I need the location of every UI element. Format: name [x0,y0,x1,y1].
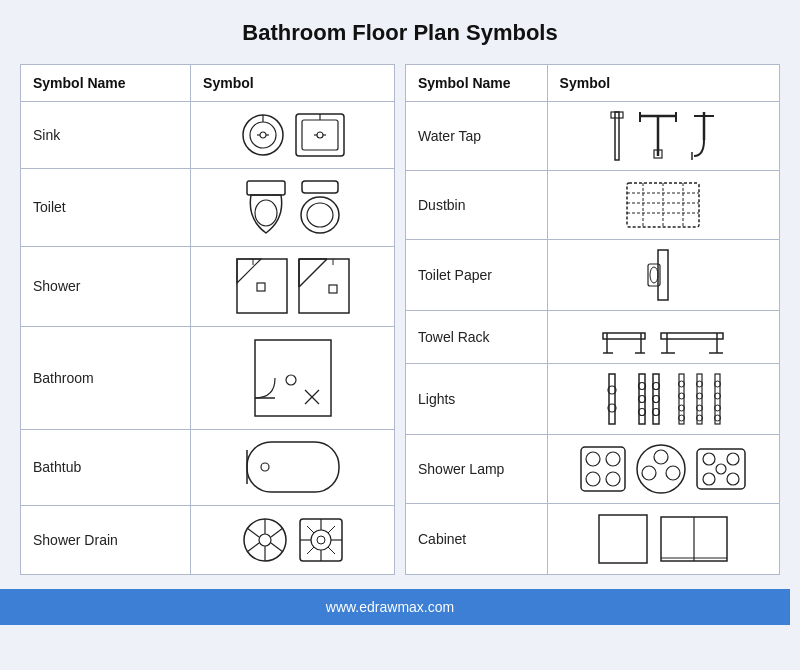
svg-rect-20 [257,283,265,291]
table-row: Bathroom [21,326,395,429]
table-row: Sink [21,102,395,169]
left-row-name: Shower [21,246,191,326]
svg-rect-17 [237,259,287,313]
right-row-name: Lights [406,364,548,435]
left-row-name: Bathroom [21,326,191,429]
table-row: Toilet Paper [406,240,780,311]
svg-line-40 [271,543,283,552]
left-row-symbol-bathroom [191,326,395,429]
right-row-symbol-toiletpaper [547,240,779,311]
svg-point-122 [727,453,739,465]
svg-rect-111 [581,447,625,491]
right-header-symbol: Symbol [547,65,779,102]
right-row-symbol-lights [547,364,779,435]
svg-rect-12 [247,181,285,195]
svg-rect-7 [302,120,338,150]
svg-point-123 [703,473,715,485]
svg-line-53 [307,547,314,554]
right-row-name: Dustbin [406,171,548,240]
svg-line-25 [299,259,327,287]
page-title: Bathroom Floor Plan Symbols [242,20,557,46]
svg-marker-19 [237,259,261,283]
svg-point-1 [250,122,276,148]
svg-point-114 [586,472,600,486]
right-row-name: Water Tap [406,102,548,171]
table-row: Water Tap [406,102,780,171]
table-row: Cabinet [406,504,780,575]
footer: www.edrawmax.com [0,589,790,625]
svg-point-74 [650,267,658,283]
right-row-symbol-cabinet [547,504,779,575]
left-row-symbol-toilet [191,169,395,247]
svg-line-51 [328,526,335,533]
left-row-symbol-bathtub [191,430,395,506]
left-header-symbol: Symbol [191,65,395,102]
svg-point-117 [654,450,668,464]
right-row-symbol-watertap [547,102,779,171]
tables-wrapper: Symbol Name Symbol Sink [20,64,780,575]
table-row: Bathtub [21,430,395,506]
right-row-symbol-dustbin [547,171,779,240]
svg-line-39 [271,528,283,537]
svg-line-54 [307,526,314,533]
svg-point-37 [259,534,271,546]
table-row: Toilet [21,169,395,247]
table-row: Shower Drain [21,505,395,574]
svg-point-34 [261,463,269,471]
right-table: Symbol Name Symbol Water Tap [405,64,780,575]
right-row-symbol-towelrack [547,311,779,364]
left-table: Symbol Name Symbol Sink [20,64,395,575]
right-row-symbol-showerlamp [547,435,779,504]
svg-rect-26 [329,285,337,293]
right-row-name: Towel Rack [406,311,548,364]
svg-point-119 [666,466,680,480]
table-row: Shower [21,246,395,326]
svg-rect-22 [299,259,349,313]
svg-rect-80 [661,333,723,339]
svg-point-115 [606,472,620,486]
left-row-symbol-showerdrain [191,505,395,574]
left-row-symbol-sink [191,102,395,169]
svg-rect-88 [639,374,645,424]
svg-rect-28 [255,340,331,416]
svg-point-16 [307,203,333,227]
svg-rect-126 [599,515,647,563]
right-row-name: Shower Lamp [406,435,548,504]
svg-rect-85 [609,374,615,424]
right-row-name: Toilet Paper [406,240,548,311]
footer-url: www.edrawmax.com [326,599,454,615]
svg-point-46 [317,536,325,544]
svg-point-113 [606,452,620,466]
left-row-name: Shower Drain [21,505,191,574]
svg-point-8 [317,132,323,138]
table-row: Towel Rack [406,311,780,364]
left-row-symbol-shower [191,246,395,326]
svg-point-2 [260,132,266,138]
svg-line-52 [328,547,335,554]
right-row-name: Cabinet [406,504,548,575]
table-row: Dustbin [406,171,780,240]
table-row: Shower Lamp [406,435,780,504]
svg-point-118 [642,466,656,480]
svg-point-125 [716,464,726,474]
right-header-name: Symbol Name [406,65,548,102]
svg-point-124 [727,473,739,485]
left-row-name: Bathtub [21,430,191,506]
svg-rect-14 [302,181,338,193]
svg-line-43 [247,528,259,537]
svg-rect-89 [653,374,659,424]
left-row-name: Sink [21,102,191,169]
left-row-name: Toilet [21,169,191,247]
svg-rect-55 [615,112,619,160]
svg-point-30 [286,375,296,385]
svg-point-112 [586,452,600,466]
svg-point-116 [637,445,685,493]
svg-point-13 [255,200,277,226]
left-header-name: Symbol Name [21,65,191,102]
table-row: Lights [406,364,780,435]
svg-point-121 [703,453,715,465]
svg-rect-75 [603,333,645,339]
svg-rect-56 [611,112,623,118]
svg-line-42 [247,543,259,552]
